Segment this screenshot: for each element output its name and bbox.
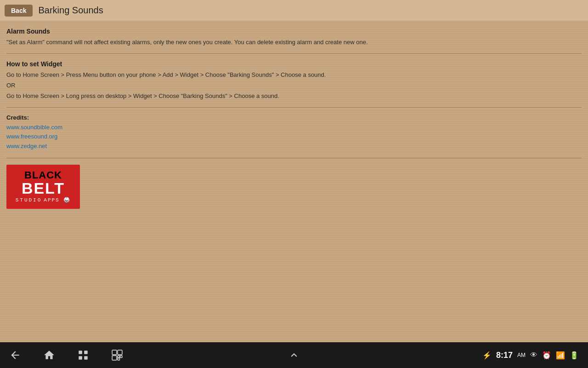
widget-instruction-1: Go to Home Screen > Press Menu button on… xyxy=(6,70,582,80)
logo-box: BLACK BELT STUDIO APPS 🥋 xyxy=(6,165,80,209)
or-separator: OR xyxy=(6,82,582,89)
app-title: Barking Sounds xyxy=(38,5,103,16)
svg-rect-6 xyxy=(112,356,117,360)
credits-section: Credits: www.soundbible.com www.freesoun… xyxy=(6,114,582,158)
alarm-icon: ⏰ xyxy=(542,351,551,360)
am-pm: AM xyxy=(517,352,526,358)
svg-rect-8 xyxy=(120,356,122,357)
credit-link-3[interactable]: www.zedge.net xyxy=(6,142,582,151)
nav-recents-icon[interactable] xyxy=(77,349,89,361)
home-svg xyxy=(43,349,55,361)
svg-rect-4 xyxy=(112,350,117,355)
top-bar: Back Barking Sounds xyxy=(0,0,588,21)
nav-home-icon[interactable] xyxy=(43,349,55,361)
svg-rect-2 xyxy=(79,356,82,360)
eye-icon: 👁 xyxy=(530,351,537,359)
main-content: Alarm Sounds "Set as Alarm" command will… xyxy=(0,21,588,342)
grid-svg xyxy=(111,349,123,361)
back-arrow-svg xyxy=(9,349,21,361)
svg-rect-1 xyxy=(84,351,88,354)
logo-studio-row: STUDIO APPS 🥋 xyxy=(16,197,71,203)
nav-up-icon[interactable] xyxy=(288,349,300,361)
up-arrow-svg xyxy=(288,349,300,361)
credits-title: Credits: xyxy=(6,114,582,121)
widget-section: How to set Widget Go to Home Screen > Pr… xyxy=(6,60,582,108)
widget-section-title: How to set Widget xyxy=(6,60,582,68)
battery-icon: 🔋 xyxy=(570,351,579,360)
back-button[interactable]: Back xyxy=(5,5,33,17)
logo-black: BLACK xyxy=(24,170,62,180)
svg-rect-7 xyxy=(118,356,119,357)
nav-right: ⚡ 8:17 AM 👁 ⏰ 📶 🔋 xyxy=(482,351,579,360)
svg-rect-5 xyxy=(118,350,122,355)
alarm-section-description: "Set as Alarm" command will not affect e… xyxy=(6,38,582,47)
logo-apps: APPS 🥋 xyxy=(44,197,71,203)
widget-instruction-2: Go to Home Screen > Long press on deskto… xyxy=(6,92,582,101)
nav-back-icon[interactable] xyxy=(9,349,21,361)
logo-belt: BELT xyxy=(22,180,65,196)
logo-section: BLACK BELT STUDIO APPS 🥋 xyxy=(6,165,582,209)
usb-icon: ⚡ xyxy=(482,351,492,360)
nav-center xyxy=(288,349,300,361)
alarm-section-title: Alarm Sounds xyxy=(6,28,582,35)
time-display: 8:17 xyxy=(496,351,513,360)
nav-bar: ⚡ 8:17 AM 👁 ⏰ 📶 🔋 xyxy=(0,342,588,368)
alarm-section: Alarm Sounds "Set as Alarm" command will… xyxy=(6,28,582,54)
svg-rect-3 xyxy=(84,356,88,360)
nav-left xyxy=(9,349,123,361)
credit-link-2[interactable]: www.freesound.org xyxy=(6,132,582,142)
svg-rect-9 xyxy=(118,358,119,360)
recents-svg xyxy=(77,349,89,361)
logo-studio: STUDIO xyxy=(16,197,42,203)
nav-grid-icon[interactable] xyxy=(111,349,123,361)
credit-link-1[interactable]: www.soundbible.com xyxy=(6,123,582,132)
svg-rect-0 xyxy=(79,351,82,354)
wifi-icon: 📶 xyxy=(556,351,565,360)
